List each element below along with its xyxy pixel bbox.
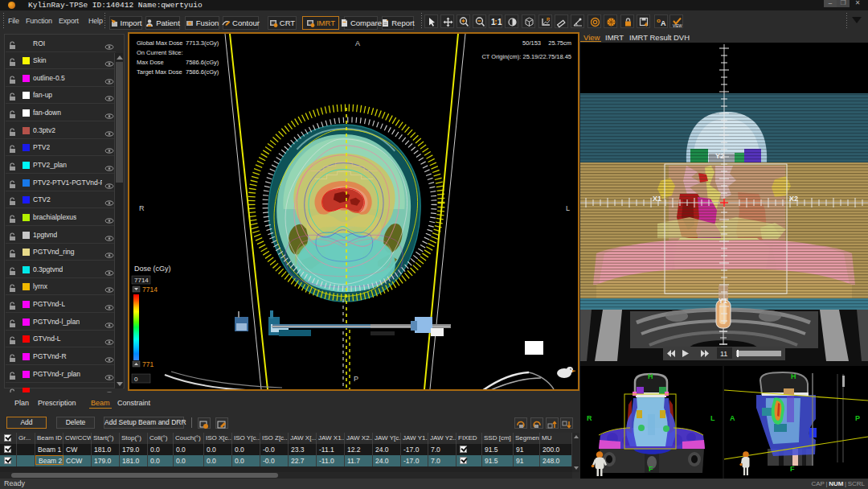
svg-text:X2: X2 (789, 195, 798, 203)
svg-text:X1: X1 (653, 195, 661, 203)
svg-text:On Current Slice:: On Current Slice: (137, 49, 183, 56)
svg-text:A: A (730, 414, 735, 422)
svg-text:L: L (566, 204, 570, 212)
svg-text:F: F (649, 465, 653, 473)
svg-text:R: R (587, 414, 592, 422)
svg-text:Target Max Dose: Target Max Dose (137, 68, 182, 76)
svg-text:7714: 7714 (142, 286, 158, 294)
svg-text:VIEW: VIEW (673, 24, 682, 28)
svg-text:7586.6(cGy): 7586.6(cGy) (186, 68, 219, 76)
svg-text:R: R (139, 204, 145, 212)
svg-text:H: H (648, 372, 653, 380)
svg-text:25.75cm: 25.75cm (548, 39, 571, 47)
svg-text:P: P (855, 414, 860, 422)
svg-text:Y2: Y2 (715, 152, 724, 160)
svg-text:Max Dose: Max Dose (137, 59, 164, 66)
svg-text:F: F (790, 465, 795, 473)
svg-text:H: H (791, 372, 796, 380)
svg-text:11: 11 (720, 350, 727, 358)
svg-text:50/153: 50/153 (522, 39, 541, 47)
svg-text:1: 1 (497, 18, 502, 27)
svg-text:7586.6(cGy): 7586.6(cGy) (186, 59, 219, 66)
svg-text:A: A (355, 39, 360, 47)
svg-text:P: P (354, 375, 358, 383)
svg-text:7713.3(cGy): 7713.3(cGy) (186, 39, 219, 47)
svg-text:A: A (661, 19, 666, 27)
svg-text:771: 771 (142, 360, 154, 368)
svg-text:P: P (547, 17, 550, 22)
svg-text:CT Origin(cm): 25.19/22.75/18.: CT Origin(cm): 25.19/22.75/18.45 (481, 53, 571, 60)
svg-text:7714: 7714 (134, 277, 149, 284)
svg-text:0: 0 (134, 376, 138, 383)
svg-text:1: 1 (491, 18, 496, 27)
svg-text:Dose (cGy): Dose (cGy) (134, 265, 171, 273)
svg-text:Global Max Dose: Global Max Dose (137, 39, 183, 47)
svg-text:Y1: Y1 (719, 297, 727, 305)
svg-text:L: L (710, 414, 715, 422)
